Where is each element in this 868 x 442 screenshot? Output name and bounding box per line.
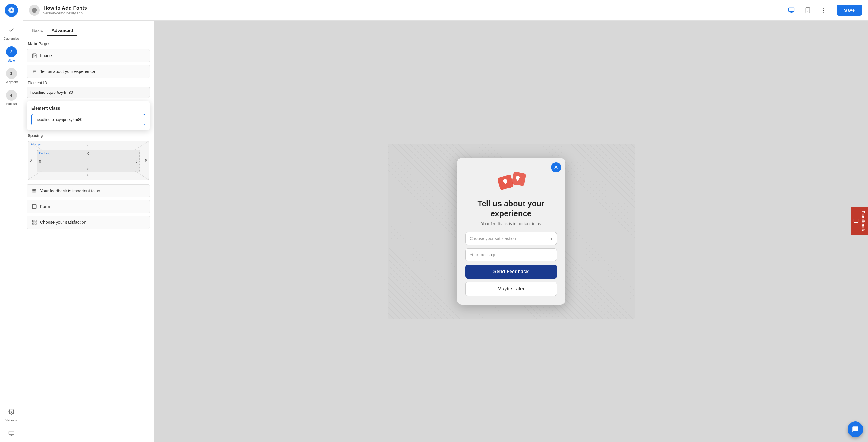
sidebar-label-customize: Customize: [4, 37, 19, 40]
tab-advanced[interactable]: Advanced: [47, 25, 78, 36]
page-subtitle: version-demo.netlify.app: [43, 11, 87, 16]
margin-left-value: 0: [30, 158, 32, 162]
heart-icons: [496, 168, 526, 192]
send-feedback-button[interactable]: Send Feedback: [465, 265, 557, 278]
feedback-tab-label: Feedback: [861, 211, 866, 231]
svg-rect-26: [35, 220, 36, 222]
svg-rect-25: [32, 220, 34, 222]
site-logo: [29, 5, 40, 16]
panel-item-form-label: Form: [40, 204, 50, 209]
tab-basic[interactable]: Basic: [28, 25, 47, 36]
padding-label: Padding: [39, 152, 50, 155]
modal-close-button[interactable]: ✕: [551, 162, 561, 173]
spacing-diagram: Margin 5 0 0 5 Padding 0 0 0 0: [28, 141, 149, 180]
settings-icon: [6, 406, 17, 417]
message-input[interactable]: [465, 248, 557, 261]
margin-label: Margin: [31, 142, 41, 146]
padding-top-value: 0: [87, 152, 89, 155]
topbar-icons: Save: [786, 4, 862, 16]
svg-point-13: [33, 55, 34, 55]
image-icon: [32, 53, 37, 58]
desktop-view-button[interactable]: [786, 6, 797, 15]
sidebar-label-publish: Publish: [6, 102, 17, 106]
modal-emoji: [465, 168, 557, 195]
feedback-modal: ✕ Tell us about your experi: [457, 158, 565, 304]
margin-top-value: 5: [87, 144, 89, 148]
panel-item-satisfaction-label: Choose your satisfaction: [40, 220, 86, 225]
margin-bottom-value: 5: [87, 173, 89, 177]
chat-bubble-button[interactable]: [847, 421, 863, 437]
page-title: How to Add Fonts: [43, 5, 87, 11]
panel-item-heading[interactable]: Tell us about your experience: [27, 65, 150, 78]
svg-point-11: [823, 12, 824, 13]
sidebar-item-settings[interactable]: Settings: [5, 404, 18, 425]
element-class-popover: Element Class: [27, 101, 150, 130]
modal-title: Tell us about your experience: [465, 199, 557, 218]
sidebar-label-settings: Settings: [5, 418, 18, 422]
form-icon: [32, 204, 37, 209]
topbar: How to Add Fonts version-demo.netlify.ap…: [23, 0, 868, 21]
sidebar-label-style: Style: [7, 58, 15, 62]
satisfaction-select[interactable]: Choose your satisfaction: [465, 232, 557, 245]
svg-rect-27: [35, 223, 36, 224]
element-id-section: Element ID: [23, 81, 154, 98]
panel-item-satisfaction[interactable]: Choose your satisfaction: [27, 215, 150, 229]
svg-rect-4: [789, 7, 794, 11]
element-id-input[interactable]: [27, 87, 150, 98]
checkbox-icon: [32, 219, 37, 225]
canvas: ✕ Tell us about your experi: [154, 21, 868, 442]
panel-item-image[interactable]: Image: [27, 49, 150, 62]
svg-point-1: [10, 411, 12, 413]
sidebar-item-publish[interactable]: 4 Publish: [0, 87, 23, 109]
satisfaction-select-wrap: Choose your satisfaction ▾: [465, 232, 557, 245]
panel-item-feedback-label: Your feedback is important to us: [40, 188, 100, 193]
save-button[interactable]: Save: [837, 4, 862, 16]
text-icon: [32, 188, 37, 194]
feedback-tab-icon: [853, 218, 859, 224]
mobile-view-button[interactable]: [802, 6, 813, 15]
modal-subtitle: Your feedback is important to us: [465, 221, 557, 226]
padding-bottom-value: 0: [87, 167, 89, 171]
sidebar-label-segment: Segment: [4, 80, 18, 84]
section-title: Main Page: [23, 41, 154, 49]
maybe-later-button[interactable]: Maybe Later: [465, 282, 557, 296]
spacing-inner-box: Padding 0 0 0 0: [37, 150, 140, 173]
sidebar-item-support[interactable]: [5, 425, 18, 442]
heading-icon: [32, 69, 37, 74]
left-sidebar: Customize 2 Style 3 Segment 4 Publish Se…: [0, 0, 23, 442]
canvas-inner: ✕ Tell us about your experi: [388, 144, 635, 319]
publish-icon: 4: [6, 90, 17, 101]
style-icon: 2: [6, 47, 17, 57]
support-icon: [6, 428, 17, 439]
svg-rect-2: [9, 432, 14, 435]
margin-right-value: 0: [145, 158, 147, 162]
svg-point-3: [32, 7, 37, 13]
panel-item-form[interactable]: Form: [27, 200, 150, 213]
tab-bar: Basic Advanced: [23, 25, 154, 36]
padding-right-value: 0: [135, 159, 137, 163]
customize-icon: [6, 25, 17, 36]
element-class-label: Element Class: [31, 106, 145, 111]
panel-item-feedback-text[interactable]: Your feedback is important to us: [27, 184, 150, 198]
chat-bubble-icon: [851, 425, 859, 433]
svg-rect-28: [32, 223, 34, 224]
feedback-side-tab[interactable]: Feedback: [851, 207, 868, 235]
spacing-section: Spacing Margin 5 0 0 5 Padding 0 0 0 0: [23, 133, 154, 180]
svg-point-9: [823, 8, 824, 9]
svg-line-15: [135, 141, 149, 150]
sidebar-item-segment[interactable]: 3 Segment: [0, 65, 23, 87]
settings-panel: Basic Advanced Main Page Image Tell us a…: [23, 21, 154, 442]
padding-left-value: 0: [39, 159, 41, 163]
element-id-label: Element ID: [27, 81, 150, 85]
panel-item-image-label: Image: [40, 53, 52, 58]
topbar-title-group: How to Add Fonts version-demo.netlify.ap…: [43, 5, 87, 16]
element-class-input[interactable]: [31, 114, 145, 125]
sidebar-item-style[interactable]: 2 Style: [0, 43, 23, 65]
panel-item-heading-label: Tell us about your experience: [40, 69, 95, 74]
logo-button[interactable]: [5, 4, 18, 17]
sidebar-item-customize[interactable]: Customize: [0, 22, 23, 43]
svg-point-10: [823, 10, 824, 10]
spacing-label: Spacing: [28, 133, 149, 138]
more-options-button[interactable]: [818, 5, 829, 16]
segment-icon: 3: [6, 68, 17, 79]
